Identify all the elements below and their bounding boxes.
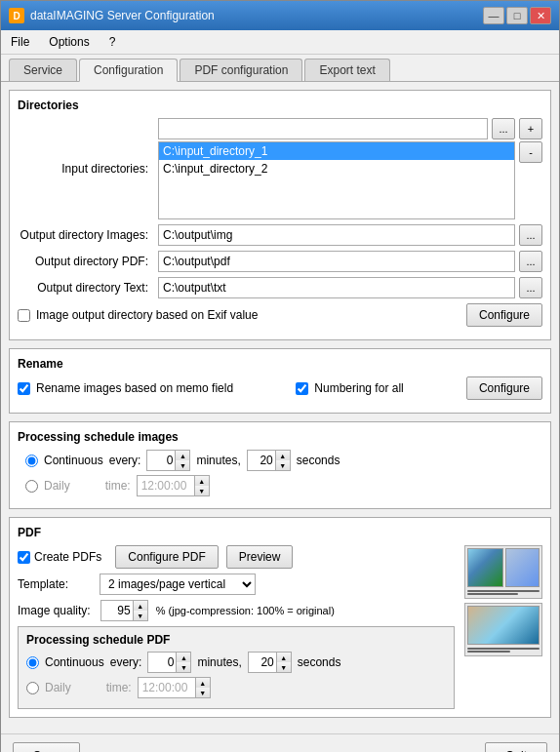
menu-file[interactable]: File xyxy=(7,33,33,51)
thumb-image-1 xyxy=(467,548,503,587)
input-list-area: C:\input_directory_1 C:\input_directory_… xyxy=(158,141,542,219)
tab-pdf-configuration[interactable]: PDF configuration xyxy=(180,59,302,81)
input-directory-text[interactable] xyxy=(158,118,488,139)
minimize-button[interactable]: — xyxy=(483,7,504,24)
pdf-thumbnail-1 xyxy=(464,545,542,599)
minutes-input[interactable] xyxy=(147,451,175,470)
output-pdf-browse-button[interactable]: ... xyxy=(519,251,542,272)
pdf-left-content: Create PDFs Configure PDF Preview Templa… xyxy=(18,545,455,709)
input-plus-button[interactable]: + xyxy=(519,118,542,139)
seconds-input[interactable] xyxy=(248,451,275,470)
template-select[interactable]: 2 images/page vertical 1 image/page 4 im… xyxy=(100,574,256,595)
image-quality-up-button[interactable]: ▲ xyxy=(134,601,147,611)
quit-button[interactable]: Quit xyxy=(485,742,547,752)
pdf-section: PDF Create PDFs Configure PDF Preview Te… xyxy=(9,517,551,718)
continuous-row: Continuous every: ▲ ▼ minutes, ▲ ▼ xyxy=(18,450,542,471)
numbering-label: Numbering for all xyxy=(314,381,403,395)
window-title: dataIMAGING Server Configuration xyxy=(30,9,215,22)
input-directories-label: Input directories: xyxy=(18,162,154,176)
thumb-lines-1 xyxy=(467,590,540,596)
output-pdf-row: Output directory PDF: ... xyxy=(18,251,542,272)
image-quality-input[interactable] xyxy=(101,601,133,620)
rename-configure-button[interactable]: Configure xyxy=(466,376,542,400)
input-directories-controls: ... + xyxy=(158,118,542,139)
tab-bar: Service Configuration PDF configuration … xyxy=(1,55,559,81)
pdf-daily-time-up-button[interactable]: ▲ xyxy=(196,678,210,688)
processing-schedule-section: Processing schedule images Continuous ev… xyxy=(9,421,551,509)
pdf-seconds-down-button[interactable]: ▼ xyxy=(277,662,291,672)
directories-configure-button[interactable]: Configure xyxy=(466,303,542,327)
daily-time-down-button[interactable]: ▼ xyxy=(195,486,209,495)
save-button[interactable]: Save xyxy=(13,742,80,752)
image-quality-row: Image quality: ▲ ▼ % (jpg-compression: 1… xyxy=(18,600,455,621)
output-images-browse-button[interactable]: ... xyxy=(519,224,542,246)
output-text-input[interactable] xyxy=(158,277,515,298)
pdf-seconds-spinbox: ▲ ▼ xyxy=(248,652,292,673)
output-images-input[interactable] xyxy=(158,224,515,246)
rename-memo-checkbox[interactable] xyxy=(18,382,30,395)
daily-radio[interactable] xyxy=(25,480,38,493)
pdf-daily-row: Daily time: ▲ ▼ xyxy=(26,677,446,698)
pdf-minutes-spinbox: ▲ ▼ xyxy=(147,652,191,673)
minutes-spinbox-buttons: ▲ ▼ xyxy=(175,451,189,470)
pdf-seconds-up-button[interactable]: ▲ xyxy=(277,653,291,662)
input-minus-button[interactable]: - xyxy=(519,141,542,163)
pdf-daily-time-down-button[interactable]: ▼ xyxy=(196,688,210,697)
pdf-daily-time-input[interactable] xyxy=(139,678,195,697)
pdf-seconds-spinbox-buttons: ▲ ▼ xyxy=(276,653,291,672)
seconds-down-button[interactable]: ▼ xyxy=(276,460,290,470)
footer: Save Quit xyxy=(1,733,559,752)
create-pdfs-checkbox[interactable] xyxy=(18,551,30,564)
pdf-daily-radio[interactable] xyxy=(26,682,39,694)
daily-time-spinbox-buttons: ▲ ▼ xyxy=(194,476,209,495)
output-text-label: Output directory Text: xyxy=(18,281,154,295)
daily-time-up-button[interactable]: ▲ xyxy=(195,476,209,486)
pdf-minutes-spinbox-buttons: ▲ ▼ xyxy=(176,653,190,672)
maximize-button[interactable]: □ xyxy=(506,7,528,24)
thumb-content-2 xyxy=(465,604,541,655)
exif-row: Image output directory based on Exif val… xyxy=(18,303,542,327)
pdf-minutes-down-button[interactable]: ▼ xyxy=(177,662,190,672)
pdf-schedule-title: Processing schedule PDF xyxy=(26,633,446,647)
thumb-line xyxy=(467,593,518,595)
pdf-minutes-up-button[interactable]: ▲ xyxy=(177,653,190,662)
input-browse-button[interactable]: ... xyxy=(492,118,515,139)
image-quality-down-button[interactable]: ▼ xyxy=(134,611,147,620)
rename-section: Rename Rename images based on memo field… xyxy=(9,348,551,414)
exif-checkbox-area: Image output directory based on Exif val… xyxy=(18,308,258,322)
numbering-checkbox[interactable] xyxy=(296,382,308,395)
title-bar: D dataIMAGING Server Configuration — □ ✕ xyxy=(1,1,559,30)
menu-bar: File Options ? xyxy=(1,30,559,55)
pdf-thumbnail-2 xyxy=(464,603,542,656)
tab-export-text[interactable]: Export text xyxy=(304,59,389,81)
tab-service[interactable]: Service xyxy=(9,59,77,81)
pdf-continuous-radio[interactable] xyxy=(26,656,39,669)
image-quality-suffix: % (jpg-compression: 100% = original) xyxy=(156,605,335,616)
continuous-radio[interactable] xyxy=(25,455,38,467)
exif-checkbox[interactable] xyxy=(18,309,30,322)
pdf-schedule-section: Processing schedule PDF Continuous every… xyxy=(18,626,455,709)
rename-memo-label: Rename images based on memo field xyxy=(36,381,233,395)
list-item[interactable]: C:\input_directory_2 xyxy=(159,160,514,178)
output-pdf-input[interactable] xyxy=(158,251,515,272)
minutes-up-button[interactable]: ▲ xyxy=(176,451,189,460)
daily-time-input[interactable] xyxy=(138,476,194,495)
title-controls: — □ ✕ xyxy=(483,7,551,24)
pdf-seconds-input[interactable] xyxy=(249,653,276,672)
app-icon: D xyxy=(9,8,24,23)
menu-options[interactable]: Options xyxy=(45,33,93,51)
close-button[interactable]: ✕ xyxy=(530,7,551,24)
daily-row: Daily time: ▲ ▼ xyxy=(18,475,542,496)
pdf-minutes-input[interactable] xyxy=(148,653,176,672)
minutes-down-button[interactable]: ▼ xyxy=(176,460,189,470)
preview-button[interactable]: Preview xyxy=(226,545,294,569)
thumb-content-1 xyxy=(465,546,541,598)
configure-pdf-button[interactable]: Configure PDF xyxy=(115,545,218,569)
input-directories-list[interactable]: C:\input_directory_1 C:\input_directory_… xyxy=(158,141,515,219)
menu-help[interactable]: ? xyxy=(105,33,120,51)
tab-configuration[interactable]: Configuration xyxy=(79,59,178,82)
seconds-up-button[interactable]: ▲ xyxy=(276,451,290,460)
create-pdfs-row: Create PDFs Configure PDF Preview xyxy=(18,545,455,569)
list-item[interactable]: C:\input_directory_1 xyxy=(159,142,514,160)
output-text-browse-button[interactable]: ... xyxy=(519,277,542,298)
